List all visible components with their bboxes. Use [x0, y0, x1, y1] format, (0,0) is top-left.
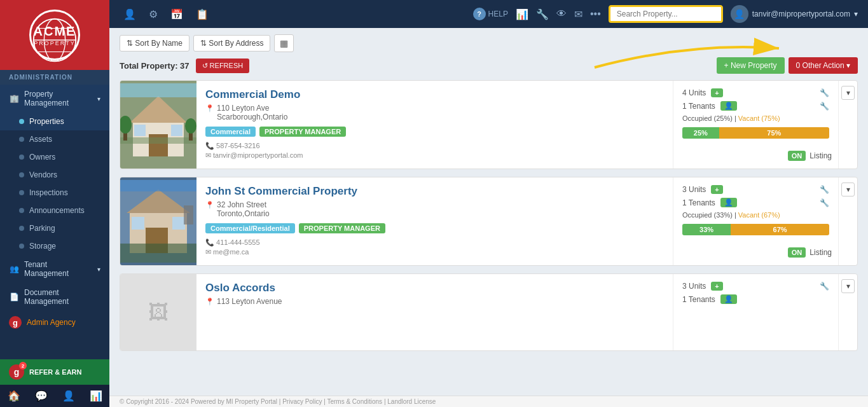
email-icon-2: ✉: [205, 248, 213, 256]
property-image-1: [120, 81, 196, 169]
earn-button[interactable]: g 2 REFER & EARN: [0, 359, 109, 385]
sidebar-item-vendors[interactable]: Vendors: [0, 166, 109, 184]
property-contact-1: 📞 587-654-3216 ✉ tanvir@mipropertyportal…: [205, 142, 664, 160]
property-info-2: John St Commercial Property 📍 32 John St…: [196, 177, 673, 265]
progress-bar-1: 25% 75%: [682, 127, 829, 139]
svg-rect-13: [120, 83, 196, 97]
help-button[interactable]: ? HELP: [473, 8, 508, 20]
sidebar-item-document-management[interactable]: 📄 Document Management: [0, 283, 109, 311]
calendar-icon[interactable]: 📅: [167, 6, 187, 23]
property-image-2: [120, 177, 196, 265]
add-unit-badge-1[interactable]: +: [711, 88, 722, 97]
sidebar-item-parking[interactable]: Parking: [0, 219, 109, 237]
user-area[interactable]: 👤 tanvir@mipropertyportal.com ▾: [731, 5, 858, 23]
tag-commercial-1: Commercial: [205, 127, 256, 137]
add-tenant-badge-3[interactable]: 👤: [720, 294, 737, 304]
tenant-settings-icon-1[interactable]: 🔧: [820, 102, 829, 111]
property-card-oslo-accords: 🖼 Oslo Accords 📍 113 Leyton Avenue 3 Uni…: [120, 273, 858, 351]
property-stats-2: 3 Units + 🔧 1 Tenants 👤 🔧 Occupied (33%)…: [673, 177, 838, 265]
sidebar-item-tenant-management[interactable]: 👥 Tenant Management ▾: [0, 255, 109, 283]
add-tenant-badge-2[interactable]: 👤: [720, 198, 737, 207]
sidebar-item-storage[interactable]: Storage: [0, 237, 109, 255]
tenant-settings-icon-2[interactable]: 🔧: [820, 198, 829, 207]
tenant-management-icon: 👥: [9, 265, 19, 273]
progress-bar-2: 33% 67%: [682, 224, 829, 235]
sort-by-address-button[interactable]: ⇅ Sort By Address: [193, 35, 270, 52]
unit-settings-icon-1[interactable]: 🔧: [820, 88, 829, 97]
bottom-table-icon[interactable]: 📊: [85, 389, 107, 403]
table-icon[interactable]: 📋: [192, 6, 212, 23]
property-stats-1: 4 Units + 🔧 1 Tenants 👤 🔧 Occupied (25%)…: [673, 81, 838, 169]
sidebar-item-inspections[interactable]: Inspections: [0, 184, 109, 202]
listing-area-1: ON Listing: [788, 151, 832, 161]
action-buttons: + New Property 0 Other Action ▾: [717, 57, 858, 74]
phone-icon-2: 📞: [205, 238, 216, 246]
card-dropdown-button-3[interactable]: ▾: [841, 279, 855, 293]
property-management-icon: 🏢: [9, 94, 19, 103]
g-badge-icon: g 2: [9, 364, 24, 380]
sidebar-item-owners[interactable]: Owners: [0, 148, 109, 166]
email-icon-1: ✉: [205, 151, 213, 159]
bottom-home-icon[interactable]: 🏠: [3, 389, 25, 403]
sidebar-item-assets[interactable]: Assets: [0, 130, 109, 148]
refresh-button[interactable]: ↺ REFRESH: [196, 59, 250, 73]
address-line1-1: 110 Leyton Ave: [217, 104, 287, 113]
sidebar-item-label: Property Management: [24, 90, 92, 107]
sidebar-item-properties[interactable]: Properties: [0, 113, 109, 130]
add-unit-badge-3[interactable]: +: [711, 282, 722, 291]
help-label: HELP: [488, 10, 508, 18]
user-dropdown-icon: ▾: [854, 10, 858, 18]
more-icon[interactable]: •••: [590, 8, 601, 20]
people-icon[interactable]: 👤: [120, 6, 140, 23]
sidebar-child-label: Inspections: [29, 188, 68, 197]
property-name-1[interactable]: Commercial Demo: [205, 88, 664, 101]
sidebar-child-label: Vendors: [29, 170, 57, 179]
sidebar-item-announcements[interactable]: Announcements: [0, 202, 109, 219]
sidebar-item-label: Document Management: [24, 288, 100, 306]
content-area: ⇅ Sort By Name ⇅ Sort By Address ▦ Total…: [109, 28, 868, 396]
add-tenant-badge-1[interactable]: 👤: [720, 101, 737, 111]
wrench-icon[interactable]: 🔧: [536, 8, 549, 20]
card-dropdown-button-1[interactable]: ▾: [841, 86, 855, 100]
svg-rect-22: [132, 217, 144, 230]
listing-on-badge-1[interactable]: ON: [788, 151, 806, 161]
search-property-input[interactable]: [609, 5, 723, 23]
sidebar-child-label: Assets: [29, 135, 52, 144]
property-name-3[interactable]: Oslo Accords: [205, 282, 664, 294]
sort-by-name-button[interactable]: ⇅ Sort By Name: [120, 35, 189, 52]
announcements-dot-icon: [19, 208, 24, 213]
mail-icon[interactable]: ✉: [574, 8, 582, 20]
tag-manager-2: PROPERTY MANAGER: [299, 223, 385, 233]
card-dropdown-button-2[interactable]: ▾: [841, 183, 855, 197]
pin-icon-3: 📍: [205, 298, 214, 306]
unit-settings-icon-3[interactable]: 🔧: [820, 282, 829, 291]
unit-settings-icon-2[interactable]: 🔧: [820, 185, 829, 194]
sidebar-child-label: Properties: [29, 117, 64, 126]
bottom-chat-icon[interactable]: 💬: [30, 389, 53, 403]
sidebar-item-admin-agency[interactable]: g Admin Agency: [0, 311, 109, 334]
sidebar-child-label: Parking: [29, 224, 55, 233]
chart-icon[interactable]: 📊: [516, 8, 528, 20]
sidebar: ACME PROPERTY ADMINISTRATION 🏢 Property …: [0, 0, 109, 407]
grid-view-button[interactable]: ▦: [274, 34, 294, 52]
properties-dot-icon: [19, 119, 24, 124]
bottom-user-icon[interactable]: 👤: [57, 389, 80, 403]
sidebar-item-property-management[interactable]: 🏢 Property Management ▾: [0, 85, 109, 113]
pin-icon-2: 📍: [205, 201, 214, 209]
listing-on-badge-2[interactable]: ON: [788, 247, 806, 258]
add-unit-badge-2[interactable]: +: [711, 185, 722, 194]
sidebar-child-label: Storage: [29, 242, 56, 251]
other-action-button[interactable]: 0 Other Action ▾: [789, 57, 858, 74]
main-content: 👤 ⚙ 📅 📋 ? HELP 📊 🔧 👁 ✉ ••• 👤 tanvir@mipr…: [109, 0, 868, 407]
property-photo-2: [120, 180, 196, 263]
sidebar-item-label: Admin Agency: [27, 318, 76, 327]
new-property-button[interactable]: + New Property: [717, 57, 785, 74]
sidebar-bottom-icons: 🏠 💬 👤 📊: [0, 385, 109, 407]
property-name-2[interactable]: John St Commercial Property: [205, 185, 664, 198]
eye-icon[interactable]: 👁: [556, 8, 567, 20]
property-address-1: 📍 110 Leyton Ave Scarborough,Ontario: [205, 104, 664, 121]
property-image-3: 🖼: [120, 274, 196, 350]
settings-icon[interactable]: ⚙: [145, 6, 162, 23]
property-card-john-st: John St Commercial Property 📍 32 John St…: [120, 177, 858, 266]
progress-occupied-1: 25%: [682, 127, 719, 139]
